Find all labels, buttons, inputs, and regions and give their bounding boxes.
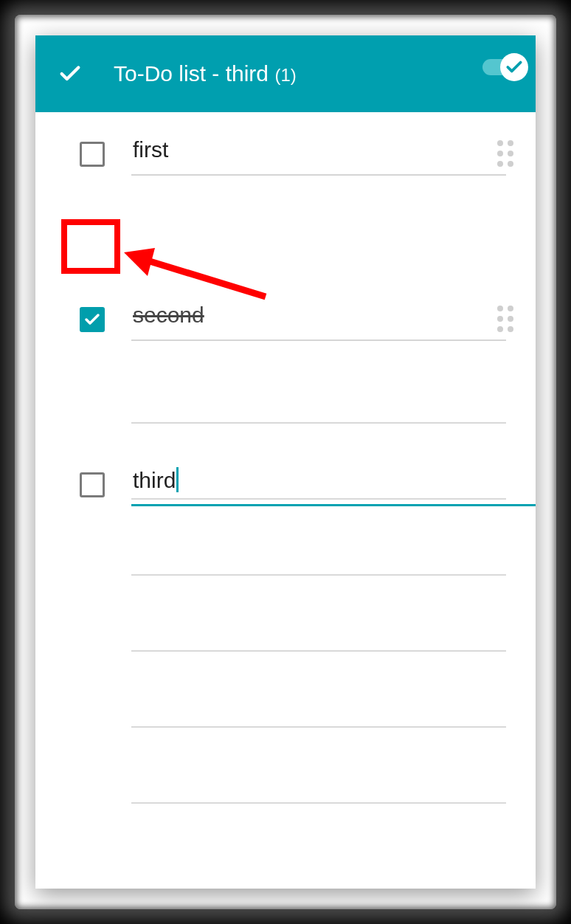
blank-line[interactable] <box>131 650 506 652</box>
list-item: first <box>35 112 536 195</box>
app-bar: To-Do list - third (1) <box>35 35 536 112</box>
checkbox[interactable] <box>80 472 105 497</box>
item-text[interactable]: first <box>133 137 168 162</box>
title-count: (1) <box>274 65 296 85</box>
item-underline <box>131 174 506 176</box>
blank-line[interactable] <box>131 802 506 804</box>
toggle-knob-check-icon <box>500 53 528 81</box>
checkbox[interactable] <box>80 307 105 332</box>
done-toggle[interactable] <box>482 59 519 75</box>
svg-marker-1 <box>124 248 155 276</box>
blank-line[interactable] <box>131 422 506 424</box>
text-cursor-icon <box>176 467 179 492</box>
item-text: third <box>133 468 176 492</box>
blank-line[interactable] <box>131 498 506 500</box>
page-title: To-Do list - third (1) <box>114 61 297 86</box>
item-underline <box>131 339 506 341</box>
blank-line[interactable] <box>131 574 506 576</box>
drag-handle-icon[interactable] <box>497 140 513 167</box>
item-underline-active <box>131 504 536 506</box>
back-check-icon[interactable] <box>58 61 83 86</box>
svg-line-0 <box>140 258 266 297</box>
blank-line[interactable] <box>131 726 506 728</box>
item-text-editing[interactable]: third <box>133 467 179 493</box>
checkbox[interactable] <box>80 142 105 167</box>
title-text: To-Do list - third <box>114 61 269 86</box>
drag-handle-icon[interactable] <box>497 306 513 332</box>
annotation-arrow-icon <box>111 244 280 310</box>
list-item: third <box>35 443 536 525</box>
